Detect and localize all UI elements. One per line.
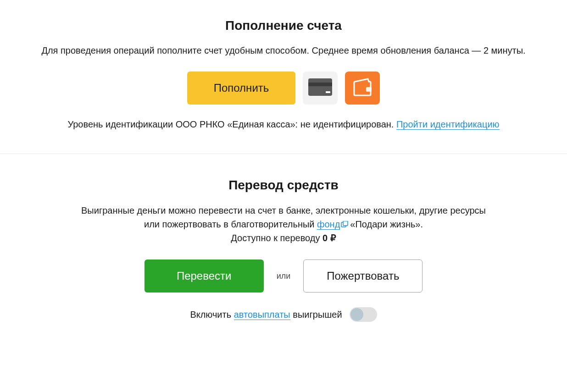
identification-status: Уровень идентификации ООО РНКО «Единая к… bbox=[18, 119, 549, 130]
transfer-button[interactable]: Перевести bbox=[145, 259, 264, 293]
transfer-description-line2: или пожертвовать в благотворительный фон… bbox=[18, 217, 549, 231]
transfer-description-line1: Выигранные деньги можно перевести на сче… bbox=[18, 204, 549, 217]
deposit-button[interactable]: Пополнить bbox=[187, 72, 295, 105]
autopay-post: выигрышей bbox=[290, 309, 342, 320]
card-payment-option[interactable] bbox=[303, 72, 338, 105]
transfer-desc-post: «Подари жизнь». bbox=[350, 219, 423, 229]
transfer-title: Перевод средств bbox=[18, 178, 549, 193]
svg-rect-0 bbox=[308, 78, 332, 96]
svg-rect-1 bbox=[308, 83, 332, 86]
autopay-pre: Включить bbox=[190, 309, 233, 320]
donate-button[interactable]: Пожертвовать bbox=[303, 259, 422, 293]
transfer-desc-pre: или пожертвовать в благотворительный bbox=[144, 219, 317, 229]
deposit-button-row: Пополнить bbox=[18, 72, 549, 105]
transfer-description: Выигранные деньги можно перевести на сче… bbox=[18, 204, 549, 245]
fund-link[interactable]: фонд bbox=[317, 219, 340, 230]
wallet-payment-option[interactable] bbox=[345, 72, 380, 105]
autopay-link[interactable]: автовыплаты bbox=[234, 309, 290, 320]
available-to-transfer: Доступно к переводу 0 ₽ bbox=[18, 231, 549, 245]
svg-rect-3 bbox=[366, 87, 372, 92]
autopay-label: Включить автовыплаты выигрышей bbox=[190, 309, 342, 320]
wallet-icon bbox=[352, 78, 372, 98]
svg-rect-5 bbox=[343, 221, 348, 226]
external-link-icon bbox=[341, 217, 348, 231]
deposit-description: Для проведения операций пополните счет у… bbox=[18, 44, 549, 57]
available-amount: 0 ₽ bbox=[322, 233, 336, 243]
credit-card-icon bbox=[308, 78, 332, 98]
identification-link[interactable]: Пройти идентификацию bbox=[396, 119, 500, 130]
deposit-section: Пополнение счета Для проведения операций… bbox=[0, 9, 567, 139]
transfer-section: Перевод средств Выигранные деньги можно … bbox=[0, 169, 567, 331]
or-text: или bbox=[277, 271, 291, 281]
svg-rect-2 bbox=[326, 91, 330, 93]
autopay-row: Включить автовыплаты выигрышей bbox=[18, 307, 549, 322]
autopay-toggle[interactable] bbox=[350, 307, 377, 322]
identification-text: Уровень идентификации ООО РНКО «Единая к… bbox=[67, 119, 396, 129]
transfer-button-row: Перевести или Пожертвовать bbox=[18, 259, 549, 293]
toggle-knob bbox=[350, 308, 363, 321]
section-divider bbox=[0, 154, 567, 154]
available-label: Доступно к переводу bbox=[231, 233, 322, 243]
deposit-title: Пополнение счета bbox=[18, 18, 549, 33]
